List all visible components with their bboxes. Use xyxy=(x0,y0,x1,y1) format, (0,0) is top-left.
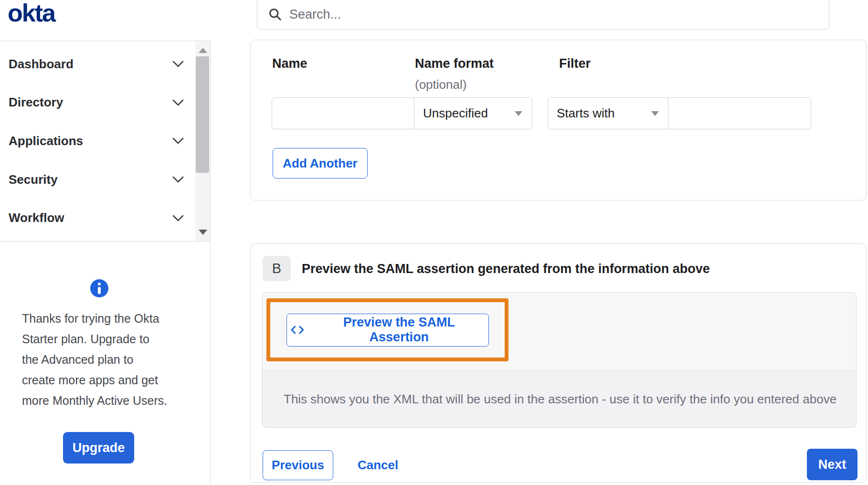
preview-saml-card: B Preview the SAML assertion generated f… xyxy=(250,243,867,483)
sidebar-item-applications[interactable]: Applications xyxy=(0,134,195,148)
scroll-down-arrow-icon[interactable] xyxy=(195,226,210,238)
name-column-label: Name xyxy=(272,56,307,71)
sidebar-item-workflow[interactable]: Workflow xyxy=(0,211,195,225)
scrollbar-thumb[interactable] xyxy=(196,56,209,173)
chevron-down-icon xyxy=(172,176,184,183)
search-bar[interactable] xyxy=(257,0,829,30)
add-another-button[interactable]: Add Another xyxy=(273,148,368,179)
section-title: Preview the SAML assertion generated fro… xyxy=(302,262,710,276)
sidebar-item-label: Dashboard xyxy=(9,57,74,72)
sidebar-item-label: Security xyxy=(9,172,58,187)
preview-panel: Preview the SAML Assertion This shows yo… xyxy=(262,292,857,428)
attribute-name-input[interactable] xyxy=(272,97,415,129)
caret-down-icon xyxy=(515,111,522,116)
filter-type-dropdown[interactable]: Starts with xyxy=(548,97,669,129)
upgrade-panel: Thanks for trying the Okta Starter plan.… xyxy=(0,242,210,485)
upgrade-message: Thanks for trying the Okta Starter plan.… xyxy=(22,308,180,411)
sidebar-item-label: Applications xyxy=(9,134,83,148)
previous-button[interactable]: Previous xyxy=(263,450,333,480)
chevron-down-icon xyxy=(172,214,184,222)
code-icon xyxy=(290,325,305,335)
chevron-down-icon xyxy=(172,99,184,106)
sidebar-item-security[interactable]: Security xyxy=(0,172,195,187)
attribute-statements-card: Name Name format (optional) Filter Unspe… xyxy=(250,40,867,200)
preview-saml-assertion-button[interactable]: Preview the SAML Assertion xyxy=(286,314,489,347)
filter-value-input[interactable] xyxy=(668,97,811,129)
sidebar-item-label: Directory xyxy=(9,95,63,110)
sidebar-item-label: Workflow xyxy=(9,211,64,225)
caret-down-icon xyxy=(651,111,659,116)
preview-button-area: Preview the SAML Assertion xyxy=(263,293,856,371)
preview-description: This shows you the XML that will be used… xyxy=(284,392,836,407)
sidebar-nav: Dashboard Directory Applications Securit… xyxy=(0,41,210,242)
highlight-annotation-box: Preview the SAML Assertion xyxy=(266,298,508,361)
preview-description-area: This shows you the XML that will be used… xyxy=(263,371,856,427)
sidebar-scrollbar[interactable] xyxy=(195,41,210,241)
scroll-up-arrow-icon[interactable] xyxy=(195,44,210,56)
next-button[interactable]: Next xyxy=(807,449,857,480)
cancel-link[interactable]: Cancel xyxy=(358,450,398,480)
name-format-dropdown[interactable]: Unspecified xyxy=(414,97,532,129)
okta-logo[interactable]: okta xyxy=(8,0,55,28)
info-icon xyxy=(90,279,108,297)
section-b-badge: B xyxy=(263,256,291,281)
name-format-optional-label: (optional) xyxy=(415,77,466,92)
sidebar-item-directory[interactable]: Directory xyxy=(0,95,195,110)
filter-column-label: Filter xyxy=(559,56,591,71)
name-format-selected-value: Unspecified xyxy=(423,106,488,121)
name-format-column-label: Name format xyxy=(415,56,494,71)
okta-admin-screen: okta Dashboard Directory Applications Se… xyxy=(0,0,868,485)
search-input[interactable] xyxy=(289,7,829,22)
preview-button-label: Preview the SAML Assertion xyxy=(313,315,485,345)
sidebar-main-divider xyxy=(210,41,211,485)
search-icon xyxy=(268,7,282,21)
chevron-down-icon xyxy=(172,60,184,68)
filter-type-selected-value: Starts with xyxy=(557,106,614,121)
sidebar-item-dashboard[interactable]: Dashboard xyxy=(0,57,195,72)
upgrade-button[interactable]: Upgrade xyxy=(63,432,134,464)
chevron-down-icon xyxy=(172,137,184,145)
